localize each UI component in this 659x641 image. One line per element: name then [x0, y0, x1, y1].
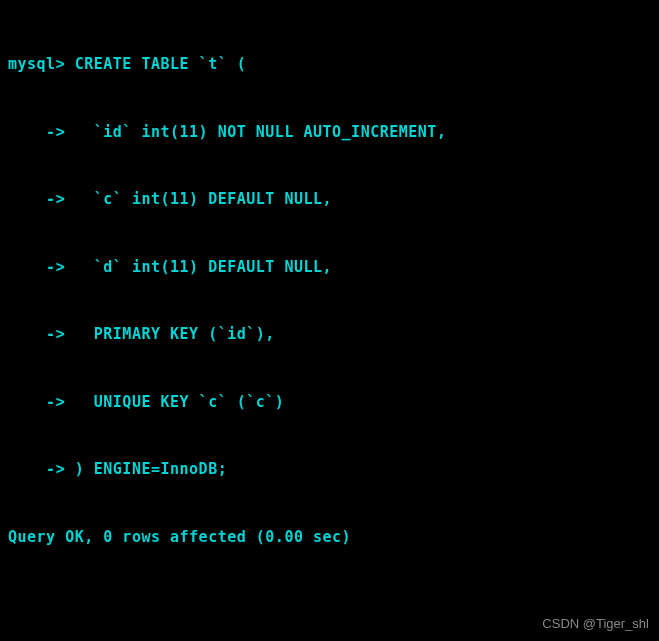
terminal-line: Query OK, 0 rows affected (0.00 sec)	[8, 526, 651, 549]
watermark-text: CSDN @Tiger_shl	[542, 614, 649, 634]
terminal-line: -> UNIQUE KEY `c` (`c`)	[8, 391, 651, 414]
terminal-line: -> `d` int(11) DEFAULT NULL,	[8, 256, 651, 279]
terminal-output: mysql> CREATE TABLE `t` ( -> `id` int(11…	[8, 8, 651, 641]
terminal-line: -> ) ENGINE=InnoDB;	[8, 458, 651, 481]
terminal-line: -> `id` int(11) NOT NULL AUTO_INCREMENT,	[8, 121, 651, 144]
terminal-line: -> `c` int(11) DEFAULT NULL,	[8, 188, 651, 211]
terminal-line: mysql> CREATE TABLE `t` (	[8, 53, 651, 76]
terminal-line: -> PRIMARY KEY (`id`),	[8, 323, 651, 346]
